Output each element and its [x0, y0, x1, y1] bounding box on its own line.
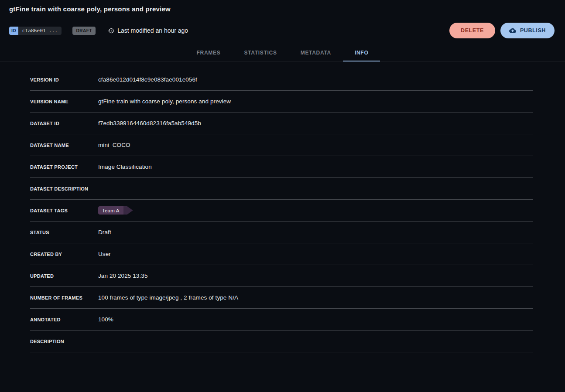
info-row-value: 100 frames of type image/jpeg , 2 frames… — [98, 294, 238, 301]
info-row-label: VERSION ID — [30, 77, 98, 82]
info-row: CREATED BY User — [30, 243, 533, 265]
info-row-value: cfa86e012d014f8c9e083fae001e056f — [98, 76, 197, 83]
tab-frames[interactable]: FRAMES — [185, 44, 233, 61]
info-row: STATUS Draft — [30, 222, 533, 243]
last-modified: Last modified an hour ago — [108, 27, 188, 34]
info-row: DATASET NAME mini_COCO — [30, 134, 533, 156]
info-row-label: UPDATED — [30, 273, 98, 279]
info-row-value: Draft — [98, 229, 111, 235]
status-badge: DRAFT — [72, 27, 96, 35]
info-row: VERSION NAME gtFine train with coarse po… — [30, 91, 533, 112]
info-row-value: Jan 20 2025 13:35 — [98, 273, 148, 279]
info-row-value: Image Classification — [98, 164, 152, 170]
tab-statistics[interactable]: STATISTICS — [232, 44, 288, 61]
history-icon — [108, 27, 114, 34]
info-row: DATASET TAGS Team A — [30, 200, 533, 222]
page-root: { "header": { "title": "gtFine train wit… — [0, 0, 565, 392]
info-row: UPDATED Jan 20 2025 13:35 — [30, 265, 533, 287]
info-row-label: NUMBER OF FRAMES — [30, 295, 98, 300]
delete-button[interactable]: DELETE — [449, 23, 495, 38]
tab-label: METADATA — [301, 50, 331, 56]
info-row: VERSION ID cfa86e012d014f8c9e083fae001e0… — [30, 69, 533, 91]
page-title: gtFine train with coarse poly, persons a… — [9, 5, 555, 13]
info-row: DATASET ID f7edb3399164460d82316fa5ab549… — [30, 112, 533, 134]
info-row-value: f7edb3399164460d82316fa5ab549d5b — [98, 120, 201, 126]
tab-label: FRAMES — [197, 50, 221, 56]
info-row: ANNOTATED 100% — [30, 309, 533, 331]
publish-button[interactable]: PUBLISH — [500, 23, 555, 38]
info-row-value: User — [98, 251, 111, 257]
id-badge[interactable]: ID cfa86e01 ... — [9, 27, 62, 35]
info-row: NUMBER OF FRAMES 100 frames of type imag… — [30, 287, 533, 309]
cloud-upload-icon — [509, 27, 516, 34]
last-modified-text: Last modified an hour ago — [117, 27, 188, 34]
info-row: DATASET DESCRIPTION — [30, 178, 533, 200]
info-row: DESCRIPTION — [30, 331, 533, 352]
info-row-label: DATASET DESCRIPTION — [30, 186, 98, 191]
info-row-label: CREATED BY — [30, 252, 98, 257]
tab-label: STATISTICS — [244, 50, 277, 56]
id-badge-label: ID — [9, 27, 18, 35]
id-badge-value: cfa86e01 ... — [18, 27, 62, 35]
tag-chip-arrow-icon — [123, 206, 133, 215]
info-row-label: DATASET ID — [30, 121, 98, 126]
info-table: VERSION ID cfa86e012d014f8c9e083fae001e0… — [30, 69, 533, 352]
info-row-label: DESCRIPTION — [30, 339, 98, 344]
info-row-value: gtFine train with coarse poly, persons a… — [98, 98, 231, 105]
info-row-label: VERSION NAME — [30, 99, 98, 104]
info-row-label: DATASET TAGS — [30, 208, 98, 213]
tag-chip-label: Team A — [98, 206, 123, 215]
publish-button-label: PUBLISH — [520, 27, 546, 34]
info-row-value: 100% — [98, 316, 113, 323]
info-row-label: DATASET PROJECT — [30, 164, 98, 170]
tab-bar: FRAMES STATISTICS METADATA INFO — [0, 44, 565, 61]
info-row: DATASET PROJECT Image Classification — [30, 156, 533, 178]
info-row-label: ANNOTATED — [30, 317, 98, 322]
tab-label: INFO — [355, 50, 368, 56]
meta-row: ID cfa86e01 ... DRAFT Last modified an h… — [9, 23, 555, 38]
info-row-value: Team A — [98, 206, 133, 215]
tag-chip: Team A — [98, 206, 133, 215]
header: gtFine train with coarse poly, persons a… — [0, 0, 565, 38]
header-actions: DELETE PUBLISH — [449, 23, 555, 38]
tab-metadata[interactable]: METADATA — [289, 44, 343, 61]
tab-info[interactable]: INFO — [343, 44, 380, 61]
info-row-value: mini_COCO — [98, 142, 130, 148]
info-row-label: STATUS — [30, 230, 98, 235]
info-row-label: DATASET NAME — [30, 143, 98, 148]
